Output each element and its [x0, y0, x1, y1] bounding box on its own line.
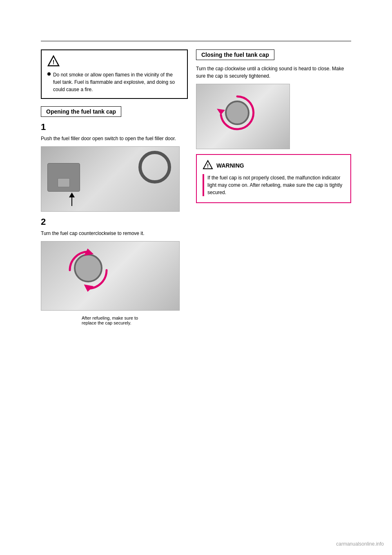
panel: [47, 163, 80, 192]
caution-header: !: [47, 55, 181, 68]
right-column: Closing the fuel tank cap Turn the cap c…: [196, 49, 351, 325]
content-area: ! Do not smoke or allow open flames in t…: [0, 49, 392, 325]
triangle-caution-icon: !: [47, 55, 60, 68]
warning-bar: [203, 174, 204, 196]
step2-text: Turn the fuel cap counterclockwise to re…: [41, 230, 188, 237]
steering-wheel: [138, 151, 171, 184]
fuel-door-sim: [41, 242, 179, 310]
watermark: carmanualsonline.info: [336, 541, 384, 547]
bullet-dot: [47, 72, 51, 76]
svg-marker-6: [217, 109, 225, 115]
warning-box: ! WARNING If the fuel cap is not properl…: [196, 154, 351, 203]
svg-text:!: !: [207, 163, 209, 169]
fuel-closing-image: [196, 84, 290, 149]
svg-marker-3: [69, 192, 75, 197]
caution-text: Do not smoke or allow open flames in the…: [53, 71, 181, 93]
warning-content: If the fuel cap is not properly closed, …: [203, 174, 345, 196]
step2-number: 2: [41, 217, 188, 227]
up-arrow-indicator: [66, 192, 78, 209]
caution-box: ! Do not smoke or allow open flames in t…: [41, 49, 188, 99]
page-container: ! Do not smoke or allow open flames in t…: [0, 0, 392, 555]
closing-text: Turn the cap clockwise until a clicking …: [196, 65, 351, 80]
top-divider: [41, 41, 351, 41]
bottom-note: After refueling, make sure to replace th…: [41, 316, 188, 325]
dashboard-sim: [41, 147, 179, 211]
fuel-open-image: [41, 241, 180, 311]
step1-number: 1: [41, 122, 188, 132]
warning-header: ! WARNING: [203, 160, 345, 171]
fuel-close-sim: [196, 84, 290, 149]
step1-text: Push the fuel filler door open switch to…: [41, 135, 188, 142]
fuel-button: [58, 178, 70, 187]
triangle-warning-icon: !: [203, 160, 213, 171]
warning-title: WARNING: [216, 162, 244, 169]
closing-section-heading: Closing the fuel tank cap: [196, 49, 274, 60]
left-column: ! Do not smoke or allow open flames in t…: [41, 49, 188, 325]
caution-bullet: Do not smoke or allow open flames in the…: [47, 71, 181, 93]
svg-text:!: !: [53, 59, 55, 65]
opening-section-heading: Opening the fuel tank cap: [41, 106, 121, 117]
dashboard-image: [41, 146, 180, 212]
warning-text: If the fuel cap is not properly closed, …: [207, 174, 345, 196]
